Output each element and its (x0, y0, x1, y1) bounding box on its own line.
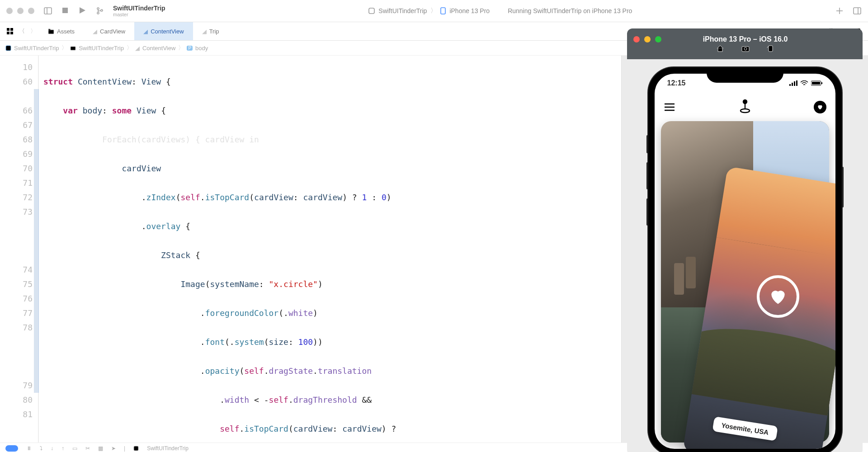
device-name: iPhone 13 Pro (449, 7, 490, 14)
line-gutter[interactable]: 10 60 66 67 68 69 70 71 72 73 74 75 76 7… (0, 56, 39, 443)
line-number: 69 (0, 147, 33, 161)
line-number (0, 335, 33, 349)
project-icon (5, 45, 11, 51)
minimize-window[interactable] (17, 8, 24, 14)
svg-rect-24 (71, 47, 75, 50)
svg-rect-2 (62, 8, 68, 13)
tab-label: CardView (100, 28, 125, 35)
line-number: 73 (0, 205, 33, 219)
map-pin-icon[interactable] (739, 99, 751, 115)
run-icon[interactable] (79, 7, 86, 14)
branch-icon[interactable] (96, 7, 104, 15)
line-number: 66 (0, 104, 33, 118)
app-status-icon (133, 446, 139, 451)
code-editor[interactable]: struct ContentView: View { var body: som… (39, 56, 621, 443)
nav-back-icon[interactable]: 〈 (16, 27, 28, 35)
svg-point-5 (97, 12, 99, 14)
svg-rect-16 (10, 32, 13, 34)
favorites-button[interactable] (814, 101, 826, 113)
line-number: 77 (0, 306, 33, 320)
svg-rect-41 (134, 446, 138, 451)
related-items-icon[interactable] (6, 28, 14, 35)
card-stack[interactable]: Yosemite, USA (661, 121, 829, 443)
mute-switch[interactable] (646, 135, 648, 153)
status-bar: 12:15 (655, 79, 835, 87)
folder-icon (70, 46, 76, 51)
line-number (0, 364, 33, 378)
clock: 12:15 (667, 79, 686, 87)
crumb[interactable]: body (195, 45, 208, 52)
crumb[interactable]: ContentView (142, 45, 175, 52)
line-number: 76 (0, 292, 33, 306)
svg-rect-23 (6, 46, 11, 51)
tab-label: Assets (57, 28, 75, 35)
line-number (0, 422, 33, 436)
nav-forward-icon[interactable]: 〉 (28, 27, 39, 35)
tab-label: ContentView (151, 28, 184, 35)
tab-label: Trip (209, 28, 219, 35)
sidebar-toggle-icon[interactable] (43, 6, 52, 15)
cut-icon[interactable]: ✂ (85, 445, 90, 452)
xcode-toolbar: SwiftUITinderTrip master SwiftUITinderTr… (0, 0, 868, 22)
wifi-icon (800, 80, 808, 86)
add-icon[interactable] (835, 7, 844, 15)
line-number: 70 (0, 161, 33, 176)
branch-name: master (113, 12, 128, 17)
line-number (0, 349, 33, 364)
svg-rect-33 (812, 82, 820, 85)
step-over-icon[interactable]: ⤵ (40, 445, 42, 452)
stop-icon[interactable] (61, 7, 69, 14)
folded-line: ForEach(cardViews) { cardView in (43, 132, 621, 147)
rotate-icon[interactable] (766, 44, 774, 52)
volume-up[interactable] (646, 162, 648, 189)
crumb[interactable]: SwiftUITinderTrip (14, 45, 59, 52)
app-header (655, 94, 835, 120)
chevron-right-icon: 〉 (61, 44, 67, 52)
close-window[interactable] (633, 36, 640, 42)
chevron-right-icon: 〉 (127, 44, 132, 52)
property-icon: P (187, 46, 193, 51)
iphone-screen[interactable]: 12:15 (655, 74, 835, 449)
line-number (0, 234, 33, 248)
svg-rect-27 (769, 46, 773, 52)
tab-cardview[interactable]: ◢ CardView (84, 22, 134, 40)
zoom-window[interactable] (28, 8, 34, 14)
line-number: 75 (0, 277, 33, 292)
swift-icon: ◢ (202, 28, 207, 35)
screenshot-icon[interactable] (741, 44, 750, 52)
simulator-window: iPhone 13 Pro – iOS 16.0 (627, 28, 863, 452)
step-out-icon[interactable]: ↑ (61, 445, 64, 452)
simulator-title: iPhone 13 Pro – iOS 16.0 (667, 35, 824, 43)
tab-assets[interactable]: Assets (39, 22, 84, 40)
battery-icon (811, 80, 823, 86)
svg-point-38 (743, 100, 747, 104)
menu-icon[interactable] (664, 103, 675, 112)
side-button[interactable] (842, 167, 844, 207)
step-in-icon[interactable]: ↓ (51, 445, 53, 452)
crumb[interactable]: SwiftUITinderTrip (79, 45, 123, 52)
location-icon[interactable]: ➤ (111, 445, 116, 452)
scheme-name: SwiftUITinderTrip (378, 7, 427, 14)
line-number: 78 (0, 320, 33, 335)
line-number: 67 (0, 118, 33, 132)
library-icon[interactable] (853, 6, 862, 15)
debug-view-icon[interactable]: ▭ (72, 445, 77, 452)
home-icon[interactable] (716, 44, 725, 52)
line-number (0, 89, 33, 104)
memory-graph-icon[interactable]: ▦ (98, 445, 103, 452)
line-number: 71 (0, 176, 33, 190)
tab-contentview[interactable]: ◢ ContentView (134, 22, 193, 40)
close-window[interactable] (6, 8, 13, 14)
line-number: 68 (0, 132, 33, 147)
minimize-window[interactable] (644, 36, 651, 42)
svg-rect-29 (792, 83, 793, 86)
line-number: 10 (0, 60, 33, 75)
volume-down[interactable] (646, 198, 648, 226)
activity-status: Running SwiftUITinderTrip on iPhone 13 P… (508, 7, 632, 14)
svg-rect-31 (796, 80, 797, 86)
scheme-selector[interactable]: SwiftUITinderTrip 〉 iPhone 13 Pro (368, 7, 490, 15)
svg-rect-8 (441, 8, 445, 14)
zoom-window[interactable] (655, 36, 661, 42)
device-icon (440, 7, 446, 14)
tab-trip[interactable]: ◢ Trip (193, 22, 228, 40)
